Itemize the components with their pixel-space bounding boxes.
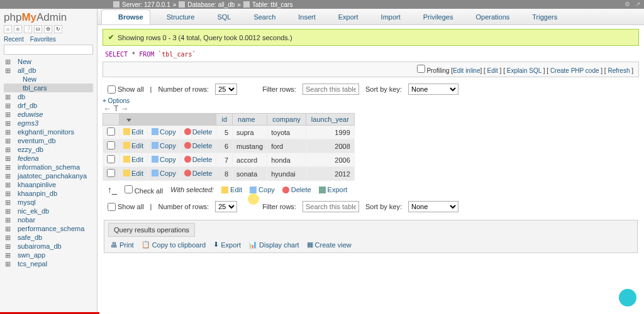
delete-row[interactable]: Delete [184, 156, 213, 163]
tree-item[interactable]: ⊞db [4, 92, 93, 101]
print-link[interactable]: 🖶Print [111, 241, 134, 249]
col-id[interactable]: id [216, 114, 233, 126]
bulk-edit[interactable]: Edit [221, 186, 242, 193]
tab-export[interactable]: Export [322, 10, 365, 24]
num-rows-select[interactable]: 25 [215, 84, 237, 95]
copy-row[interactable]: Copy [152, 142, 176, 149]
create-view-link[interactable]: ▦Create view [307, 241, 352, 249]
options-toggle[interactable]: + Options [97, 97, 644, 104]
tab-search[interactable]: Search [237, 10, 282, 24]
col-launch-year[interactable]: launch_year [306, 114, 354, 126]
tree-item[interactable]: New [4, 75, 93, 84]
tree-item[interactable]: ⊞eduwise [4, 110, 93, 119]
edit-row[interactable]: Edit [123, 128, 143, 136]
col-name[interactable]: name [233, 114, 267, 126]
copy-clipboard-link[interactable]: 📋Copy to clipboard [142, 241, 206, 249]
tree-item[interactable]: ⊞khaanpin_db [4, 189, 93, 198]
logout-icon[interactable]: ⎋ [14, 25, 22, 33]
row-checkbox[interactable] [107, 169, 115, 177]
delete-row[interactable]: Delete [184, 128, 213, 136]
tree-item[interactable]: ⊞jaatotec_panchakanya [4, 171, 93, 180]
sort-desc-icon[interactable]: → [121, 104, 128, 113]
tab-operations[interactable]: Operations [459, 10, 516, 24]
tree-item[interactable]: ⊞ekghanti_monitors [4, 127, 93, 136]
tab-sql[interactable]: SQL [201, 10, 237, 24]
explain-sql-link[interactable]: Explain SQL [507, 67, 541, 74]
tree-item[interactable]: tbl_cars [4, 84, 93, 92]
controls-row-top: Show all | Number of rows: 25 Filter row… [97, 81, 644, 97]
tree-item[interactable]: ⊞fedena [4, 154, 93, 163]
create-php-link[interactable]: Create PHP code [550, 67, 599, 74]
tab-structure[interactable]: Structure [150, 10, 201, 24]
tree-item[interactable]: ⊞drf_db [4, 101, 93, 110]
reload-icon[interactable]: ↻ [54, 25, 62, 33]
delete-row[interactable]: Delete [184, 142, 213, 149]
tree-item[interactable]: ⊞khaanpinlive [4, 180, 93, 189]
tab-browse[interactable]: Browse [101, 9, 150, 24]
tab-triggers[interactable]: Triggers [516, 10, 564, 24]
row-checkbox[interactable] [107, 141, 115, 149]
sort-asc-icon[interactable]: ← [104, 104, 111, 113]
tree-item[interactable]: ⊞performance_schema [4, 224, 93, 233]
tree-item[interactable]: ⊞ezzy_db [4, 145, 93, 154]
tree-item[interactable]: ⊞nobar [4, 215, 93, 224]
bulk-copy[interactable]: Copy [250, 186, 275, 193]
sort-text-icon[interactable]: T [114, 104, 118, 113]
tab-privileges[interactable]: Privileges [407, 10, 460, 24]
sort-key-select[interactable]: None [408, 84, 458, 95]
row-checkbox[interactable] [107, 155, 115, 163]
edit-row[interactable]: Edit [123, 156, 143, 163]
gear-icon[interactable]: ⚙ [625, 1, 630, 8]
sql-icon[interactable]: ⛁ [34, 25, 42, 33]
show-all-checkbox[interactable] [108, 85, 116, 94]
check-all-checkbox[interactable] [125, 185, 133, 193]
helper-badge-icon[interactable] [619, 289, 636, 306]
home-icon[interactable]: ⌂ [4, 25, 12, 33]
edit-row[interactable]: Edit [123, 170, 143, 177]
edit-inline-link[interactable]: Edit inline [453, 67, 480, 74]
collapse-bar[interactable] [4, 45, 93, 55]
bulk-delete[interactable]: Delete [282, 186, 311, 193]
delete-row[interactable]: Delete [184, 170, 213, 177]
tree-item[interactable]: ⊞eventum_db [4, 136, 93, 145]
tree-item[interactable]: ⊞all_db [4, 66, 93, 75]
edit-row[interactable]: Edit [123, 142, 143, 149]
favorites-tab[interactable]: Favorites [30, 36, 56, 43]
chevron-down-icon[interactable] [126, 119, 131, 122]
sort-key-select-2[interactable]: None [408, 201, 458, 212]
exit-icon[interactable]: ↗ [635, 1, 640, 8]
tree-item[interactable]: ⊞nic_ek_db [4, 207, 93, 215]
refresh-link[interactable]: Refresh [608, 67, 630, 74]
tree-item[interactable]: ⊞information_schema [4, 163, 93, 171]
tree-item[interactable]: ⊞mysql [4, 198, 93, 207]
num-rows-select-2[interactable]: 25 [215, 201, 237, 212]
tree-item[interactable]: ⊞safe_db [4, 233, 93, 242]
settings-icon[interactable]: ⚙ [44, 25, 52, 33]
edit-link[interactable]: Edit [487, 67, 498, 74]
tab-insert[interactable]: Insert [282, 10, 322, 24]
tree-item[interactable]: ⊞subairoma_db [4, 242, 93, 251]
cell-id: 6 [216, 139, 233, 153]
tree-item[interactable]: ⊞New [4, 57, 93, 66]
filter-input-2[interactable] [303, 201, 359, 212]
recent-tab[interactable]: Recent [4, 36, 24, 43]
tree-item[interactable]: ⊞egms3 [4, 119, 93, 127]
docs-icon[interactable]: ❔ [24, 25, 32, 33]
breadcrumb-table[interactable]: Table: tbl_cars [252, 1, 292, 8]
export-link[interactable]: ⬇Export [213, 241, 241, 249]
breadcrumb-db[interactable]: Database: all_db [187, 1, 235, 8]
col-company[interactable]: company [267, 114, 306, 126]
profiling-checkbox[interactable] [417, 65, 425, 73]
bulk-export[interactable]: Export [319, 186, 348, 193]
copy-row[interactable]: Copy [152, 170, 176, 177]
filter-input[interactable] [303, 84, 359, 95]
tree-item[interactable]: ⊞tcs_nepal [4, 259, 93, 268]
breadcrumb-server[interactable]: Server: 127.0.0.1 [122, 1, 170, 8]
tree-item[interactable]: ⊞swn_app [4, 251, 93, 259]
show-all-checkbox-2[interactable] [108, 203, 116, 211]
tab-import[interactable]: Import [365, 10, 407, 24]
copy-row[interactable]: Copy [152, 128, 176, 136]
display-chart-link[interactable]: 📊Display chart [248, 241, 299, 249]
row-checkbox[interactable] [107, 127, 115, 136]
copy-row[interactable]: Copy [152, 156, 176, 163]
